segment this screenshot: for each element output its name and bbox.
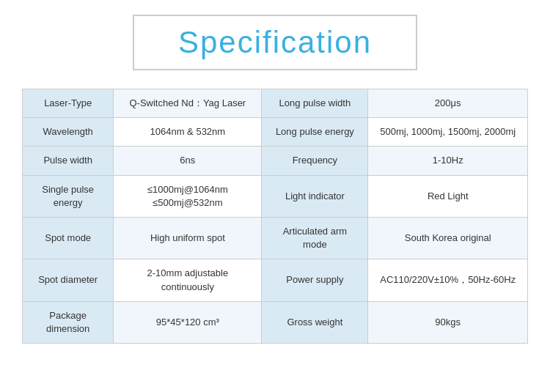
label-cell-6-col1: Spot diameter <box>23 259 114 301</box>
label-cell-1-col2: Long pulse width <box>262 89 368 118</box>
label-cell-7-col2: Gross weight <box>262 301 368 343</box>
title-box: Specification <box>133 15 417 70</box>
label-cell-5-col1: Spot mode <box>23 217 114 259</box>
label-cell-4-col1: Single pulse energy <box>23 175 114 217</box>
value-cell-3-col1: 6ns <box>114 147 262 175</box>
label-cell-7-col1: Package dimension <box>23 301 114 343</box>
value-cell-6-col2: AC110/220V±10%，50Hz-60Hz <box>368 259 528 301</box>
page-title: Specification <box>178 25 372 60</box>
label-cell-3-col1: Pulse width <box>23 147 114 175</box>
value-cell-7-col2: 90kgs <box>368 301 528 343</box>
value-cell-5-col1: High uniform spot <box>114 217 262 259</box>
label-cell-3-col2: Frequency <box>262 147 368 175</box>
value-cell-1-col1: Q-Switched Nd：Yag Laser <box>114 89 262 118</box>
value-cell-2-col1: 1064nm & 532nm <box>114 118 262 147</box>
label-cell-2-col2: Long pulse energy <box>262 118 368 147</box>
value-cell-4-col2: Red Light <box>368 175 528 217</box>
label-cell-4-col2: Light indicator <box>262 175 368 217</box>
label-cell-5-col2: Articulated arm mode <box>262 217 368 259</box>
spec-table: Laser-TypeQ-Switched Nd：Yag LaserLong pu… <box>22 89 528 344</box>
value-cell-6-col1: 2-10mm adjustable continuously <box>114 259 262 301</box>
value-cell-3-col2: 1-10Hz <box>368 147 528 175</box>
value-cell-5-col2: South Korea original <box>368 217 528 259</box>
label-cell-1-col1: Laser-Type <box>23 89 114 118</box>
value-cell-2-col2: 500mj, 1000mj, 1500mj, 2000mj <box>368 118 528 147</box>
label-cell-2-col1: Wavelength <box>23 118 114 147</box>
value-cell-1-col2: 200μs <box>368 89 528 118</box>
value-cell-4-col1: ≤1000mj@1064nm ≤500mj@532nm <box>114 175 262 217</box>
label-cell-6-col2: Power supply <box>262 259 368 301</box>
value-cell-7-col1: 95*45*120 cm³ <box>114 301 262 343</box>
